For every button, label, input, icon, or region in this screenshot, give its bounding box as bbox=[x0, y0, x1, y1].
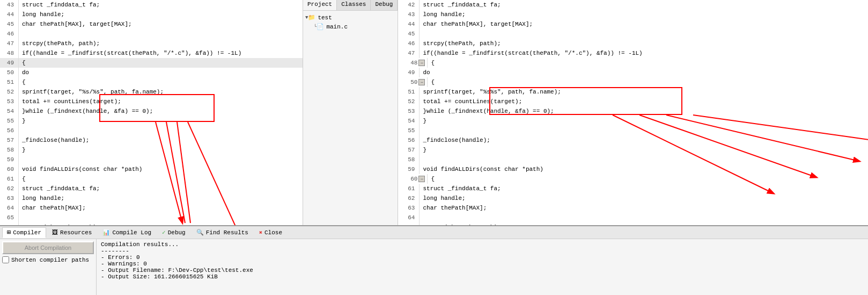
tree-root[interactable]: ▼ 📁 test bbox=[305, 13, 395, 22]
right-code-line-51: 51 sprintf(target, "%s%s", path, fa.name… bbox=[398, 87, 868, 97]
abort-compilation-button[interactable]: Abort Compilation bbox=[2, 241, 94, 254]
line-number: 66 bbox=[0, 222, 19, 225]
line-number: 60− bbox=[398, 174, 428, 184]
line-content: _findclose(handle); bbox=[22, 135, 89, 145]
left-code-line-58: 58} bbox=[0, 145, 303, 155]
tab-resources-label: Resources bbox=[60, 229, 92, 236]
left-code-line-60: 60void findALLDirs(const char *path) bbox=[0, 164, 303, 174]
line-content: if((handle = _findfirst(strcat(thePath, … bbox=[22, 48, 241, 58]
tab-compiler[interactable]: ⊞ Compiler bbox=[2, 227, 46, 238]
line-number: 64 bbox=[398, 213, 420, 222]
line-content: struct _finddata_t fa; bbox=[423, 184, 501, 193]
line-num-text: 50 bbox=[410, 77, 417, 87]
line-number: 54 bbox=[398, 116, 420, 126]
compilation-results-line2: -------- bbox=[101, 248, 864, 254]
line-number: 54 bbox=[0, 106, 19, 116]
line-content: } bbox=[423, 116, 426, 126]
line-number: 47 bbox=[0, 39, 19, 48]
line-number: 63 bbox=[0, 193, 19, 203]
left-code-line-56: 56 bbox=[0, 126, 303, 135]
line-number: 55 bbox=[0, 116, 19, 126]
left-code-area[interactable]: 43 struct _finddata_t fa;44 long handle;… bbox=[0, 0, 303, 225]
left-code-line-55: 55 } bbox=[0, 116, 303, 126]
line-content: strcpy(thePath, path); bbox=[22, 39, 100, 48]
line-content: _findclose(handle); bbox=[423, 135, 490, 145]
line-content: strcpy(thePath, path); bbox=[423, 222, 501, 225]
line-number: 43 bbox=[398, 10, 420, 19]
tab-debug-tree[interactable]: Debug bbox=[371, 0, 398, 10]
line-number: 62 bbox=[0, 184, 19, 193]
line-content: long handle; bbox=[423, 193, 465, 203]
left-code-line-46: 46 bbox=[0, 29, 303, 39]
tab-close[interactable]: ✖ Close bbox=[254, 227, 287, 238]
tab-debug[interactable]: ✓ Debug bbox=[157, 227, 190, 238]
line-number: 44 bbox=[0, 10, 19, 19]
line-content: void findALLDirs(const char *path) bbox=[22, 164, 142, 174]
right-code-line-61: 61 struct _finddata_t fa; bbox=[398, 184, 868, 193]
line-content: do bbox=[22, 68, 29, 77]
line-number: 61 bbox=[0, 174, 19, 184]
shorten-paths-checkbox[interactable] bbox=[2, 256, 9, 263]
line-content: long handle; bbox=[423, 10, 465, 19]
line-number: 51 bbox=[0, 77, 19, 87]
tree-file-main[interactable]: └ 📄 main.c bbox=[314, 22, 395, 31]
left-code-line-51: 51 { bbox=[0, 77, 303, 87]
line-content: do bbox=[423, 68, 430, 77]
tab-find-results[interactable]: 🔍 Find Results bbox=[192, 227, 253, 238]
compilation-size: - Output Size: 161.2666015625 KiB bbox=[101, 274, 864, 280]
right-code-line-47: 47 if((handle = _findfirst(strcat(thePat… bbox=[398, 48, 868, 58]
line-content: }while (_findnext(handle, &fa) == 0); bbox=[22, 106, 153, 116]
main-area: 43 struct _finddata_t fa;44 long handle;… bbox=[0, 0, 868, 225]
line-number: 44 bbox=[398, 19, 420, 29]
tab-compiler-label: Compiler bbox=[13, 229, 41, 236]
line-content: long handle; bbox=[22, 10, 64, 19]
compilation-filename: - Output Filename: F:\Dev-Cpp\test\test.… bbox=[101, 267, 864, 274]
right-code-line-55: 55 bbox=[398, 126, 868, 135]
line-number: 60 bbox=[0, 164, 19, 174]
right-code-panel[interactable]: 42 struct _finddata_t fa;43 long handle;… bbox=[398, 0, 868, 225]
left-code-line-43: 43 struct _finddata_t fa; bbox=[0, 0, 303, 10]
tab-resources[interactable]: 🖼 Resources bbox=[47, 227, 97, 238]
bottom-panel: ⊞ Compiler 🖼 Resources 📊 Compile Log ✓ D… bbox=[0, 225, 868, 295]
left-code-line-50: 50 do bbox=[0, 68, 303, 77]
right-code-line-63: 63 char thePath[MAX]; bbox=[398, 203, 868, 213]
line-content: { bbox=[431, 58, 435, 68]
collapse-marker[interactable]: − bbox=[418, 60, 425, 66]
line-number: 45 bbox=[0, 19, 19, 29]
compilation-results-line1: Compilation results... bbox=[101, 241, 864, 248]
collapse-marker[interactable]: − bbox=[418, 79, 425, 85]
right-code-line-58: 58 bbox=[398, 155, 868, 164]
shorten-paths-label: Shorten compiler paths bbox=[11, 257, 89, 263]
right-code-line-42: 42 struct _finddata_t fa; bbox=[398, 0, 868, 10]
middle-panel: Project Classes Debug ▼ 📁 test └ 📄 main.… bbox=[303, 0, 398, 225]
compile-log-icon: 📊 bbox=[102, 229, 110, 236]
left-code-line-44: 44 long handle; bbox=[0, 10, 303, 19]
tab-project[interactable]: Project bbox=[303, 0, 337, 10]
compiler-icon: ⊞ bbox=[7, 228, 11, 236]
tab-debug-label: Debug bbox=[168, 229, 186, 236]
tab-compile-log[interactable]: 📊 Compile Log bbox=[98, 227, 156, 238]
left-code-line-61: 61{ bbox=[0, 174, 303, 184]
line-content: { bbox=[22, 77, 26, 87]
right-code-line-56: 56 _findclose(handle); bbox=[398, 135, 868, 145]
line-content: strcpy(thePath, path); bbox=[22, 222, 100, 225]
line-number: 56 bbox=[398, 135, 420, 145]
line-number: 58 bbox=[0, 145, 19, 155]
bottom-content: Abort Compilation Shorten compiler paths… bbox=[0, 239, 868, 295]
right-code-line-49: 49 do bbox=[398, 68, 868, 77]
line-number: 50− bbox=[398, 77, 428, 87]
line-content: } bbox=[22, 145, 26, 155]
line-content: char thePath[MAX], target[MAX]; bbox=[22, 19, 132, 29]
collapse-marker[interactable]: − bbox=[418, 176, 425, 182]
right-code-line-53: 53 }while (_findnext(handle, &fa) == 0); bbox=[398, 106, 868, 116]
line-content: if((handle = _findfirst(strcat(thePath, … bbox=[423, 48, 642, 58]
line-content: char thePath[MAX]; bbox=[22, 203, 86, 213]
tab-classes[interactable]: Classes bbox=[337, 0, 371, 10]
left-code-line-54: 54 }while (_findnext(handle, &fa) == 0); bbox=[0, 106, 303, 116]
bottom-tabs: ⊞ Compiler 🖼 Resources 📊 Compile Log ✓ D… bbox=[0, 226, 868, 239]
left-code-line-63: 63 long handle; bbox=[0, 193, 303, 203]
line-content: total += countLines(target); bbox=[22, 97, 121, 106]
close-icon: ✖ bbox=[259, 229, 262, 236]
right-code-line-43: 43 long handle; bbox=[398, 10, 868, 19]
left-code-line-45: 45 char thePath[MAX], target[MAX]; bbox=[0, 19, 303, 29]
